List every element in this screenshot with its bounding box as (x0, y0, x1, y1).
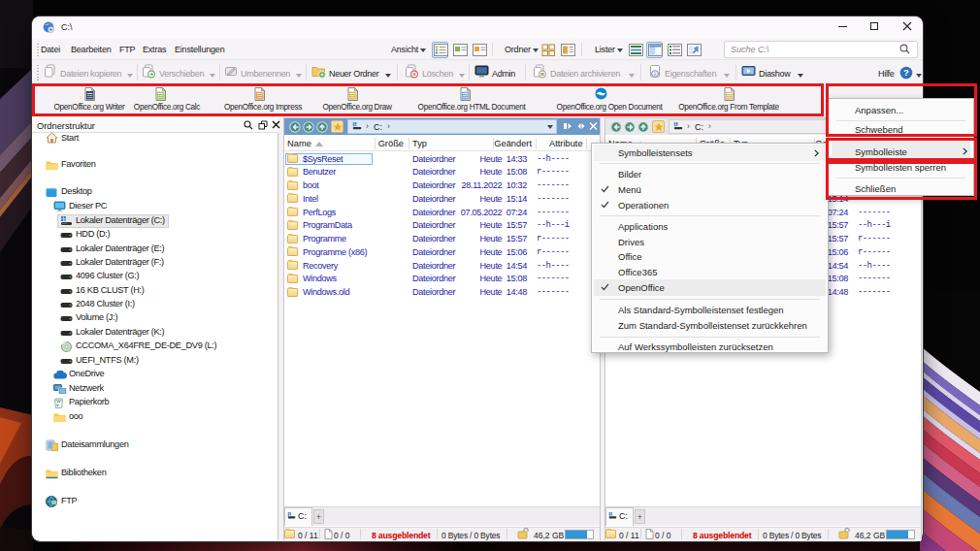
svg-text:?: ? (903, 67, 909, 78)
